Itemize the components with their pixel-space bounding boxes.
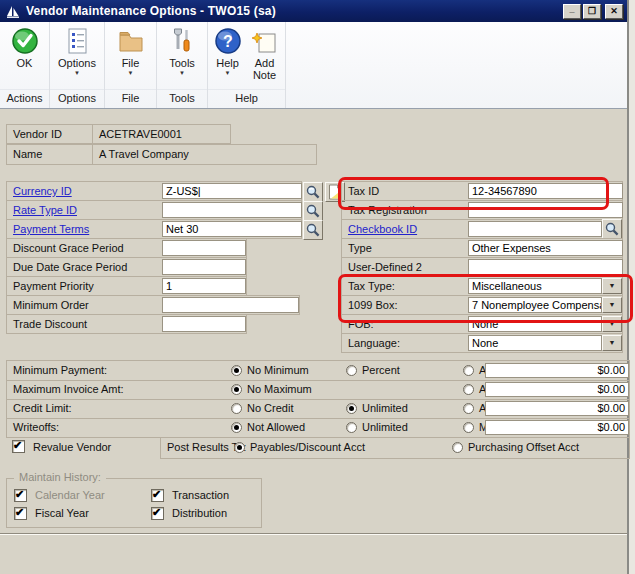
rate-type-id-field[interactable] [162, 202, 302, 218]
currency-id-field[interactable]: Z-US$| [162, 183, 302, 199]
ribbon-toolbar: OK Actions Options ▼ Options [0, 22, 627, 109]
type-label: Type [348, 242, 372, 254]
fob-row: FOB: None ▼ [341, 314, 623, 334]
revalue-vendor-checkbox[interactable] [12, 440, 25, 453]
discount-grace-period-label: Discount Grace Period [13, 242, 124, 254]
1099-box-dropdown-button[interactable]: ▼ [602, 297, 622, 313]
fiscal-year-checkbox[interactable] [14, 507, 27, 520]
currency-id-lookup-button[interactable] [303, 182, 323, 202]
trade-discount-field[interactable] [162, 316, 246, 332]
options-list-icon [63, 27, 91, 55]
due-date-grace-period-field[interactable] [162, 259, 246, 275]
close-icon: ✕ [610, 6, 618, 16]
radio-unlimited-writeoff[interactable] [346, 422, 357, 433]
language-dropdown[interactable]: None [468, 335, 602, 351]
ok-button-label: OK [17, 57, 33, 69]
dropdown-arrow-icon: ▼ [609, 320, 616, 327]
tax-type-dropdown[interactable]: Miscellaneous [468, 278, 602, 294]
checkbook-id-row: Checkbook ID [341, 219, 623, 239]
minimum-payment-amount-field[interactable]: $0.00 [485, 363, 629, 378]
minimum-order-field[interactable] [162, 297, 299, 313]
language-dropdown-button[interactable]: ▼ [602, 335, 622, 351]
credit-limit-amount-field[interactable]: $0.00 [485, 401, 629, 416]
checkbook-id-lookup-button[interactable] [602, 219, 622, 239]
payment-terms-link[interactable]: Payment Terms [13, 223, 89, 235]
ribbon-group-help: ? Help ▼ Add Note Help [208, 22, 286, 108]
radio-payables-discount-acct[interactable] [234, 442, 245, 453]
ribbon-group-options: Options ▼ Options [50, 22, 105, 108]
checkbook-id-field[interactable] [468, 221, 602, 237]
payment-terms-row: Payment Terms Net 30 [6, 219, 302, 239]
payment-terms-lookup-button[interactable] [303, 220, 323, 240]
file-button-label: File [122, 57, 140, 69]
radio-credit-amount[interactable] [463, 403, 474, 414]
credit-limit-row: Credit Limit: No Credit Unlimited Amount… [7, 399, 629, 419]
radio-not-allowed[interactable] [231, 422, 242, 433]
maximum-invoice-row: Maximum Invoice Amt: No Maximum Amount $… [7, 380, 629, 400]
help-button[interactable]: ? Help ▼ [210, 22, 246, 76]
writeoffs-amount-field[interactable]: $0.00 [485, 420, 629, 435]
minimum-order-row: Minimum Order [6, 295, 300, 315]
radio-no-maximum[interactable] [231, 384, 242, 395]
bottom-divider [0, 533, 627, 535]
type-field: Other Expenses [468, 240, 623, 256]
close-button[interactable]: ✕ [605, 4, 623, 19]
options-button[interactable]: Options ▼ [58, 22, 96, 76]
tools-button-label: Tools [169, 57, 195, 69]
help-button-label: Help [216, 57, 239, 69]
radio-no-credit[interactable] [231, 403, 242, 414]
group-caption-options: Options [50, 89, 104, 108]
discount-grace-period-field[interactable] [162, 240, 246, 256]
language-label: Language: [348, 337, 400, 349]
vendor-maintenance-options-window: Vendor Maintenance Options - TWO15 (sa) … [0, 0, 629, 574]
group-caption-tools: Tools [157, 89, 207, 108]
radio-payables-discount-acct-label: Payables/Discount Acct [250, 441, 365, 453]
minimize-icon: _ [569, 4, 574, 14]
radio-unlimited-credit[interactable] [346, 403, 357, 414]
tax-id-row: Tax ID 12-34567890 [341, 181, 623, 201]
fob-dropdown-button[interactable]: ▼ [602, 316, 622, 332]
tax-registration-field[interactable] [468, 202, 623, 218]
radio-minimum-amount[interactable] [463, 365, 474, 376]
dropdown-arrow-icon: ▼ [609, 301, 616, 308]
rate-type-id-lookup-button[interactable] [303, 201, 323, 221]
file-folder-icon [117, 27, 145, 55]
rate-type-id-link[interactable]: Rate Type ID [13, 204, 77, 216]
rate-type-id-row: Rate Type ID [6, 200, 302, 220]
tax-id-field[interactable]: 12-34567890 [468, 183, 623, 199]
radio-purchasing-offset-acct[interactable] [452, 442, 463, 453]
maximize-button[interactable]: ❐ [583, 4, 601, 19]
distribution-label: Distribution [172, 507, 227, 519]
app-icon [6, 4, 21, 19]
distribution-checkbox[interactable] [151, 507, 164, 520]
radio-no-minimum[interactable] [231, 365, 242, 376]
checkbook-id-link[interactable]: Checkbook ID [348, 223, 417, 235]
add-note-button[interactable]: Add Note [246, 22, 284, 81]
ok-button[interactable]: OK [11, 22, 39, 69]
transaction-checkbox[interactable] [151, 489, 164, 502]
fob-dropdown[interactable]: None [468, 316, 602, 332]
radio-maximum-writeoff[interactable] [463, 422, 474, 433]
maximum-invoice-amount-field[interactable]: $0.00 [485, 382, 629, 397]
maintain-history-group: Maintain History: Calendar Year Fiscal Y… [6, 478, 262, 528]
vendor-id-row: Vendor ID ACETRAVE0001 [6, 124, 231, 144]
radio-percent[interactable] [346, 365, 357, 376]
payment-priority-field[interactable]: 1 [162, 278, 246, 294]
maintain-history-legend: Maintain History: [14, 471, 106, 483]
user-defined-2-field[interactable] [468, 259, 623, 275]
tax-type-dropdown-button[interactable]: ▼ [602, 278, 622, 294]
payment-terms-field[interactable]: Net 30 [162, 221, 302, 237]
1099-box-dropdown[interactable]: 7 Nonemployee Compensati [468, 297, 602, 313]
user-defined-2-row: User-Defined 2 [341, 257, 623, 277]
file-button[interactable]: File ▼ [117, 22, 145, 76]
help-question-icon: ? [214, 27, 242, 55]
radio-no-minimum-label: No Minimum [247, 364, 309, 376]
tax-type-label: Tax Type: [348, 280, 395, 292]
calendar-year-checkbox[interactable] [14, 489, 27, 502]
tools-button[interactable]: Tools ▼ [168, 22, 196, 76]
radio-no-maximum-label: No Maximum [247, 383, 312, 395]
window-title: Vendor Maintenance Options - TWO15 (sa) [26, 4, 561, 18]
currency-id-link[interactable]: Currency ID [13, 185, 72, 197]
minimize-button[interactable]: _ [563, 4, 581, 19]
radio-maximum-amount[interactable] [463, 384, 474, 395]
